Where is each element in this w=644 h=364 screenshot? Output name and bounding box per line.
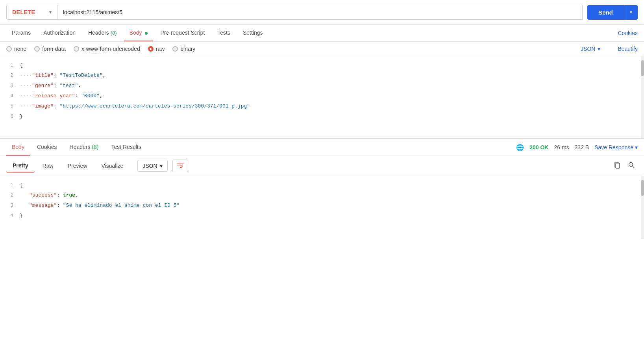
response-tabs-row: Body Cookies Headers (8) Test Results 🌐 … — [0, 139, 644, 156]
method-selector[interactable]: DELETE ▾ — [6, 5, 57, 20]
tab-params[interactable]: Params — [6, 25, 36, 41]
resp-line-1: 1 { — [0, 180, 644, 190]
radio-none — [6, 46, 12, 52]
format-preview-button[interactable]: Preview — [61, 160, 94, 172]
response-time: 26 ms — [554, 144, 569, 150]
send-dropdown-button[interactable]: ▾ — [624, 5, 638, 20]
req-line-6: 6 } — [0, 111, 644, 122]
radio-binary — [172, 46, 178, 52]
beautify-button[interactable]: Beautify — [618, 46, 638, 52]
format-visualize-button[interactable]: Visualize — [95, 160, 130, 172]
url-input[interactable] — [57, 5, 583, 20]
request-scrollbar[interactable] — [641, 56, 644, 138]
save-response-button[interactable]: Save Response ▾ — [594, 144, 638, 150]
radio-form-data — [34, 46, 40, 52]
request-tabs: Params Authorization Headers (8) Body Pr… — [0, 25, 644, 42]
response-json-selector[interactable]: JSON ▾ — [137, 160, 167, 172]
response-size: 332 B — [575, 144, 589, 150]
request-body-editor[interactable]: 1 { 2 ····"title": "TestToDelete", 3 ···… — [0, 56, 644, 139]
response-section: Body Cookies Headers (8) Test Results 🌐 … — [0, 139, 644, 239]
radio-raw — [148, 46, 154, 52]
response-json-dropdown-icon: ▾ — [160, 163, 163, 169]
tab-settings[interactable]: Settings — [237, 25, 268, 41]
req-line-3: 3 ····"genre": "test", — [0, 81, 644, 91]
response-status-row: 🌐 200 OK 26 ms 332 B Save Response ▾ — [516, 144, 638, 151]
json-type-selector[interactable]: JSON ▾ — [581, 46, 600, 52]
method-dropdown-icon: ▾ — [49, 9, 52, 15]
request-scrollbar-thumb — [641, 60, 644, 76]
resp-tab-body[interactable]: Body — [6, 139, 30, 156]
response-format-row: Pretty Raw Preview Visualize JSON ▾ — [0, 156, 644, 176]
tab-authorization[interactable]: Authorization — [38, 25, 81, 41]
resp-line-4: 4 } — [0, 211, 644, 221]
body-type-raw[interactable]: raw — [148, 46, 165, 52]
resp-tab-cookies[interactable]: Cookies — [31, 139, 63, 156]
tab-headers[interactable]: Headers (8) — [83, 25, 122, 41]
req-line-5: 5 ····"image": "https://www.ecartelera.c… — [0, 101, 644, 111]
tab-tests[interactable]: Tests — [212, 25, 236, 41]
format-raw-button[interactable]: Raw — [36, 160, 60, 172]
copy-button[interactable] — [611, 160, 624, 172]
response-scrollbar-thumb — [641, 180, 644, 196]
globe-icon: 🌐 — [516, 144, 524, 151]
response-scrollbar[interactable] — [641, 176, 644, 239]
format-pretty-button[interactable]: Pretty — [6, 159, 35, 173]
tab-body[interactable]: Body — [124, 25, 154, 41]
response-body-editor[interactable]: 1 { 2 "success": true, 3 "message": "Se … — [0, 176, 644, 239]
body-type-none[interactable]: none — [6, 46, 26, 52]
wrap-button[interactable] — [172, 160, 188, 172]
cookies-link[interactable]: Cookies — [618, 30, 638, 36]
resp-line-2: 2 "success": true, — [0, 190, 644, 201]
response-status: 200 OK — [529, 144, 548, 150]
body-type-urlencoded[interactable]: x-www-form-urlencoded — [74, 46, 140, 52]
req-line-1: 1 { — [0, 60, 644, 71]
svg-rect-0 — [616, 163, 620, 168]
radio-urlencoded — [74, 46, 79, 52]
save-response-dropdown-icon: ▾ — [635, 144, 638, 150]
search-button[interactable] — [625, 160, 638, 171]
tab-pre-request-script[interactable]: Pre-request Script — [155, 25, 210, 41]
json-dropdown-icon: ▾ — [598, 46, 600, 52]
send-button[interactable]: Send — [587, 5, 624, 20]
url-bar: DELETE ▾ Send ▾ — [0, 0, 644, 25]
body-type-binary[interactable]: binary — [172, 46, 195, 52]
resp-line-3: 3 "message": "Se ha eliminado el anime c… — [0, 201, 644, 211]
body-type-form-data[interactable]: form-data — [34, 46, 66, 52]
resp-tab-test-results[interactable]: Test Results — [105, 139, 146, 156]
resp-tab-headers[interactable]: Headers (8) — [64, 139, 104, 156]
req-line-2: 2 ····"title": "TestToDelete", — [0, 71, 644, 81]
body-type-row: none form-data x-www-form-urlencoded raw… — [0, 42, 644, 56]
send-btn-group: Send ▾ — [587, 5, 638, 20]
req-line-4: 4 ····"release_year": "0000", — [0, 91, 644, 101]
method-label: DELETE — [12, 9, 35, 15]
